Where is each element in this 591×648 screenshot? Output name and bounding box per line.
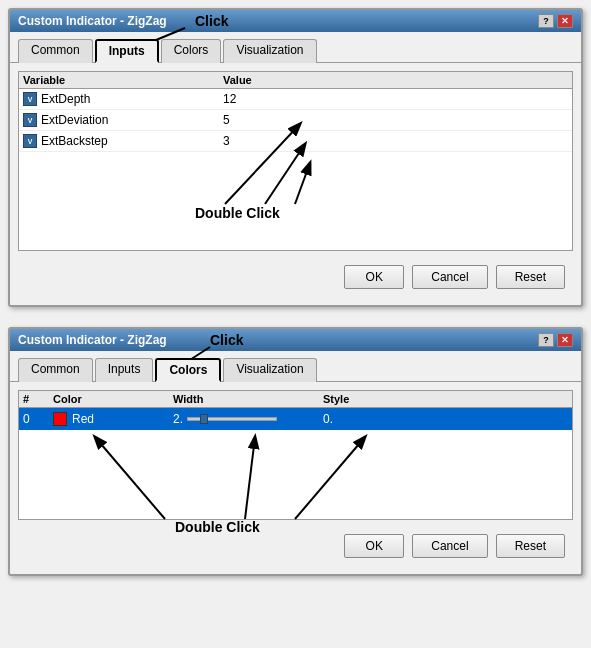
panel1-titlebar: Custom Indicator - ZigZag ? ✕ bbox=[10, 10, 581, 32]
ok-button2[interactable]: OK bbox=[344, 534, 404, 558]
close-button[interactable]: ✕ bbox=[557, 14, 573, 28]
var-icon: V bbox=[23, 113, 37, 127]
panel1-content: Variable Value V ExtDepth 12 V ExtDeviat… bbox=[10, 63, 581, 305]
panel2-tabs: Common Inputs Colors Visualization bbox=[10, 351, 581, 382]
panel2-title: Custom Indicator - ZigZag bbox=[18, 333, 167, 347]
colors-header-row: # Color Width Style bbox=[19, 391, 572, 408]
panel1-title: Custom Indicator - ZigZag bbox=[18, 14, 167, 28]
panel1-dialog: Custom Indicator - ZigZag ? ✕ Common Inp… bbox=[8, 8, 583, 307]
reset-button2[interactable]: Reset bbox=[496, 534, 565, 558]
panel2-window-buttons: ? ✕ bbox=[538, 333, 573, 347]
col-header-width: Width bbox=[173, 393, 323, 405]
table-row[interactable]: V ExtDeviation 5 bbox=[19, 110, 572, 131]
help-button2[interactable]: ? bbox=[538, 333, 554, 347]
panel1-table: Variable Value V ExtDepth 12 V ExtDeviat… bbox=[18, 71, 573, 251]
var-value: 3 bbox=[223, 134, 568, 148]
panel1-tabs: Common Inputs Colors Visualization bbox=[10, 32, 581, 63]
tab-colors[interactable]: Colors bbox=[161, 39, 222, 63]
colors-data-row[interactable]: 0 Red 2. 0. bbox=[19, 408, 572, 430]
col-header-index: # bbox=[23, 393, 53, 405]
var-value: 5 bbox=[223, 113, 568, 127]
tab-common[interactable]: Common bbox=[18, 39, 93, 63]
table-row[interactable]: V ExtDepth 12 bbox=[19, 89, 572, 110]
panel1-window-buttons: ? ✕ bbox=[538, 14, 573, 28]
color-name: Red bbox=[72, 412, 94, 426]
panel2-dialog: Custom Indicator - ZigZag ? ✕ Common Inp… bbox=[8, 327, 583, 576]
color-swatch bbox=[53, 412, 67, 426]
tab2-colors[interactable]: Colors bbox=[155, 358, 221, 382]
panel2-table: # Color Width Style 0 Red 2. bbox=[18, 390, 573, 520]
row-width: 2. bbox=[173, 412, 323, 426]
tab2-common[interactable]: Common bbox=[18, 358, 93, 382]
var-name: ExtDepth bbox=[41, 92, 90, 106]
panel2-bottom-buttons: OK Cancel Reset bbox=[18, 528, 573, 566]
table-row[interactable]: V ExtBackstep 3 bbox=[19, 131, 572, 152]
col-header-value: Value bbox=[223, 74, 568, 86]
panel1-bottom-buttons: OK Cancel Reset bbox=[18, 259, 573, 297]
close-button2[interactable]: ✕ bbox=[557, 333, 573, 347]
cancel-button2[interactable]: Cancel bbox=[412, 534, 487, 558]
var-value: 12 bbox=[223, 92, 568, 106]
cancel-button[interactable]: Cancel bbox=[412, 265, 487, 289]
reset-button[interactable]: Reset bbox=[496, 265, 565, 289]
panel2-titlebar: Custom Indicator - ZigZag ? ✕ bbox=[10, 329, 581, 351]
col-header-variable: Variable bbox=[23, 74, 223, 86]
col-header-style: Style bbox=[323, 393, 403, 405]
var-icon: V bbox=[23, 134, 37, 148]
var-icon: V bbox=[23, 92, 37, 106]
row-style: 0. bbox=[323, 412, 403, 426]
table-header-row: Variable Value bbox=[19, 72, 572, 89]
help-button[interactable]: ? bbox=[538, 14, 554, 28]
tab-inputs[interactable]: Inputs bbox=[95, 39, 159, 63]
width-slider[interactable] bbox=[187, 417, 277, 421]
var-name: ExtDeviation bbox=[41, 113, 108, 127]
col-header-color: Color bbox=[53, 393, 173, 405]
row-color: Red bbox=[53, 412, 173, 426]
tab-visualization[interactable]: Visualization bbox=[223, 39, 316, 63]
tab2-visualization[interactable]: Visualization bbox=[223, 358, 316, 382]
panel2-content: # Color Width Style 0 Red 2. bbox=[10, 382, 581, 574]
ok-button[interactable]: OK bbox=[344, 265, 404, 289]
slider-thumb bbox=[200, 414, 208, 424]
var-name: ExtBackstep bbox=[41, 134, 108, 148]
row-index: 0 bbox=[23, 412, 53, 426]
tab2-inputs[interactable]: Inputs bbox=[95, 358, 154, 382]
